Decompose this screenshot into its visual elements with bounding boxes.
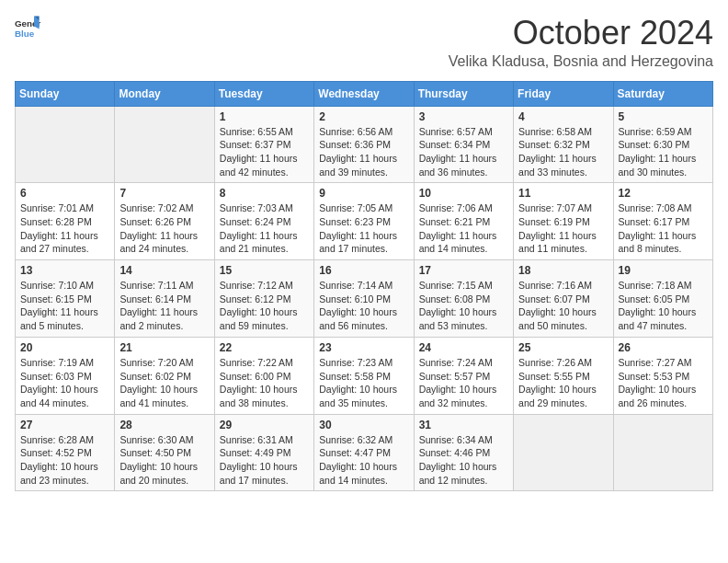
calendar-cell: 3Sunrise: 6:57 AMSunset: 6:34 PMDaylight… bbox=[414, 106, 513, 183]
day-number: 17 bbox=[419, 264, 508, 277]
calendar-cell: 7Sunrise: 7:02 AMSunset: 6:26 PMDaylight… bbox=[115, 183, 214, 260]
day-info: Sunrise: 7:22 AMSunset: 6:00 PMDaylight:… bbox=[220, 356, 309, 410]
day-number: 20 bbox=[20, 341, 109, 354]
calendar-cell: 10Sunrise: 7:06 AMSunset: 6:21 PMDayligh… bbox=[414, 183, 513, 260]
day-info: Sunrise: 7:15 AMSunset: 6:08 PMDaylight:… bbox=[419, 279, 508, 333]
day-number: 12 bbox=[619, 187, 708, 200]
day-number: 7 bbox=[119, 187, 209, 200]
day-info: Sunrise: 6:58 AMSunset: 6:32 PMDaylight:… bbox=[518, 125, 608, 179]
calendar-cell: 14Sunrise: 7:11 AMSunset: 6:14 PMDayligh… bbox=[115, 260, 214, 338]
day-number: 4 bbox=[518, 110, 608, 123]
calendar-cell: 9Sunrise: 7:05 AMSunset: 6:23 PMDaylight… bbox=[314, 183, 414, 260]
day-info: Sunrise: 6:30 AMSunset: 4:50 PMDaylight:… bbox=[119, 433, 209, 488]
day-info: Sunrise: 6:34 AMSunset: 4:46 PMDaylight:… bbox=[419, 433, 508, 488]
day-number: 8 bbox=[220, 187, 309, 200]
page-header: General Blue October 2024 Velika Kladusa… bbox=[15, 15, 713, 70]
day-info: Sunrise: 7:20 AMSunset: 6:02 PMDaylight:… bbox=[119, 356, 209, 410]
calendar-cell bbox=[16, 106, 115, 183]
day-number: 27 bbox=[20, 419, 109, 431]
weekday-header-friday: Friday bbox=[514, 81, 613, 106]
day-number: 16 bbox=[319, 264, 408, 277]
day-info: Sunrise: 7:26 AMSunset: 5:55 PMDaylight:… bbox=[518, 356, 608, 410]
calendar-cell: 2Sunrise: 6:56 AMSunset: 6:36 PMDaylight… bbox=[314, 106, 414, 183]
weekday-header-tuesday: Tuesday bbox=[214, 81, 313, 106]
weekday-header-thursday: Thursday bbox=[414, 81, 513, 106]
day-number: 25 bbox=[518, 341, 608, 354]
day-number: 26 bbox=[619, 341, 708, 354]
day-info: Sunrise: 7:10 AMSunset: 6:15 PMDaylight:… bbox=[20, 279, 109, 333]
calendar-subtitle: Velika Kladusa, Bosnia and Herzegovina bbox=[449, 53, 713, 70]
calendar-title: October 2024 bbox=[449, 15, 713, 52]
day-info: Sunrise: 6:32 AMSunset: 4:47 PMDaylight:… bbox=[319, 433, 408, 488]
day-info: Sunrise: 7:19 AMSunset: 6:03 PMDaylight:… bbox=[20, 356, 109, 410]
weekday-header-monday: Monday bbox=[115, 81, 214, 106]
calendar-cell: 6Sunrise: 7:01 AMSunset: 6:28 PMDaylight… bbox=[16, 183, 115, 260]
day-number: 6 bbox=[20, 187, 109, 200]
day-number: 11 bbox=[518, 187, 608, 200]
day-number: 5 bbox=[619, 110, 708, 123]
day-number: 31 bbox=[419, 419, 508, 431]
day-info: Sunrise: 7:01 AMSunset: 6:28 PMDaylight:… bbox=[20, 201, 109, 256]
day-number: 14 bbox=[119, 264, 209, 277]
day-info: Sunrise: 6:59 AMSunset: 6:30 PMDaylight:… bbox=[619, 125, 708, 179]
calendar-cell: 28Sunrise: 6:30 AMSunset: 4:50 PMDayligh… bbox=[115, 414, 214, 491]
calendar-cell bbox=[514, 414, 613, 491]
logo: General Blue bbox=[15, 15, 40, 40]
calendar-week-row: 20Sunrise: 7:19 AMSunset: 6:03 PMDayligh… bbox=[16, 337, 713, 414]
calendar-cell: 20Sunrise: 7:19 AMSunset: 6:03 PMDayligh… bbox=[16, 337, 115, 414]
calendar-week-row: 1Sunrise: 6:55 AMSunset: 6:37 PMDaylight… bbox=[16, 106, 713, 183]
calendar-cell: 8Sunrise: 7:03 AMSunset: 6:24 PMDaylight… bbox=[214, 183, 313, 260]
day-info: Sunrise: 7:14 AMSunset: 6:10 PMDaylight:… bbox=[319, 279, 408, 333]
calendar-cell: 24Sunrise: 7:24 AMSunset: 5:57 PMDayligh… bbox=[414, 337, 513, 414]
calendar-week-row: 27Sunrise: 6:28 AMSunset: 4:52 PMDayligh… bbox=[16, 414, 713, 491]
calendar-week-row: 6Sunrise: 7:01 AMSunset: 6:28 PMDaylight… bbox=[16, 183, 713, 260]
day-number: 1 bbox=[220, 110, 309, 123]
day-info: Sunrise: 7:08 AMSunset: 6:17 PMDaylight:… bbox=[619, 201, 708, 256]
day-number: 28 bbox=[119, 419, 209, 431]
calendar-cell: 4Sunrise: 6:58 AMSunset: 6:32 PMDaylight… bbox=[514, 106, 613, 183]
weekday-header-row: SundayMondayTuesdayWednesdayThursdayFrid… bbox=[16, 81, 713, 106]
weekday-header-wednesday: Wednesday bbox=[314, 81, 414, 106]
day-info: Sunrise: 7:12 AMSunset: 6:12 PMDaylight:… bbox=[220, 279, 309, 333]
calendar-cell: 18Sunrise: 7:16 AMSunset: 6:07 PMDayligh… bbox=[514, 260, 613, 338]
day-number: 2 bbox=[319, 110, 408, 123]
day-number: 23 bbox=[319, 341, 408, 354]
calendar-cell: 19Sunrise: 7:18 AMSunset: 6:05 PMDayligh… bbox=[613, 260, 712, 338]
calendar-cell: 1Sunrise: 6:55 AMSunset: 6:37 PMDaylight… bbox=[214, 106, 313, 183]
calendar-cell bbox=[613, 414, 712, 491]
day-info: Sunrise: 6:55 AMSunset: 6:37 PMDaylight:… bbox=[220, 125, 309, 179]
day-number: 15 bbox=[220, 264, 309, 277]
weekday-header-saturday: Saturday bbox=[613, 81, 712, 106]
day-number: 18 bbox=[518, 264, 608, 277]
calendar-cell: 12Sunrise: 7:08 AMSunset: 6:17 PMDayligh… bbox=[613, 183, 712, 260]
day-info: Sunrise: 6:57 AMSunset: 6:34 PMDaylight:… bbox=[419, 125, 508, 179]
weekday-header-sunday: Sunday bbox=[16, 81, 115, 106]
calendar-cell: 11Sunrise: 7:07 AMSunset: 6:19 PMDayligh… bbox=[514, 183, 613, 260]
day-info: Sunrise: 7:18 AMSunset: 6:05 PMDaylight:… bbox=[619, 279, 708, 333]
day-number: 9 bbox=[319, 187, 408, 200]
title-block: October 2024 Velika Kladusa, Bosnia and … bbox=[449, 15, 713, 70]
day-number: 22 bbox=[220, 341, 309, 354]
calendar-cell: 17Sunrise: 7:15 AMSunset: 6:08 PMDayligh… bbox=[414, 260, 513, 338]
day-number: 3 bbox=[419, 110, 508, 123]
calendar-cell: 23Sunrise: 7:23 AMSunset: 5:58 PMDayligh… bbox=[314, 337, 414, 414]
calendar-cell: 25Sunrise: 7:26 AMSunset: 5:55 PMDayligh… bbox=[514, 337, 613, 414]
day-info: Sunrise: 6:56 AMSunset: 6:36 PMDaylight:… bbox=[319, 125, 408, 179]
day-info: Sunrise: 7:11 AMSunset: 6:14 PMDaylight:… bbox=[119, 279, 209, 333]
day-info: Sunrise: 7:02 AMSunset: 6:26 PMDaylight:… bbox=[119, 201, 209, 256]
calendar-cell: 26Sunrise: 7:27 AMSunset: 5:53 PMDayligh… bbox=[613, 337, 712, 414]
day-info: Sunrise: 7:03 AMSunset: 6:24 PMDaylight:… bbox=[220, 201, 309, 256]
day-info: Sunrise: 7:24 AMSunset: 5:57 PMDaylight:… bbox=[419, 356, 508, 410]
calendar-cell: 16Sunrise: 7:14 AMSunset: 6:10 PMDayligh… bbox=[314, 260, 414, 338]
day-info: Sunrise: 7:05 AMSunset: 6:23 PMDaylight:… bbox=[319, 201, 408, 256]
day-number: 29 bbox=[220, 419, 309, 431]
day-number: 30 bbox=[319, 419, 408, 431]
calendar-cell: 27Sunrise: 6:28 AMSunset: 4:52 PMDayligh… bbox=[16, 414, 115, 491]
day-info: Sunrise: 6:28 AMSunset: 4:52 PMDaylight:… bbox=[20, 433, 109, 488]
day-info: Sunrise: 7:23 AMSunset: 5:58 PMDaylight:… bbox=[319, 356, 408, 410]
logo-icon: General Blue bbox=[15, 15, 40, 40]
day-number: 19 bbox=[619, 264, 708, 277]
calendar-week-row: 13Sunrise: 7:10 AMSunset: 6:15 PMDayligh… bbox=[16, 260, 713, 338]
calendar-cell: 21Sunrise: 7:20 AMSunset: 6:02 PMDayligh… bbox=[115, 337, 214, 414]
calendar-cell: 22Sunrise: 7:22 AMSunset: 6:00 PMDayligh… bbox=[214, 337, 313, 414]
